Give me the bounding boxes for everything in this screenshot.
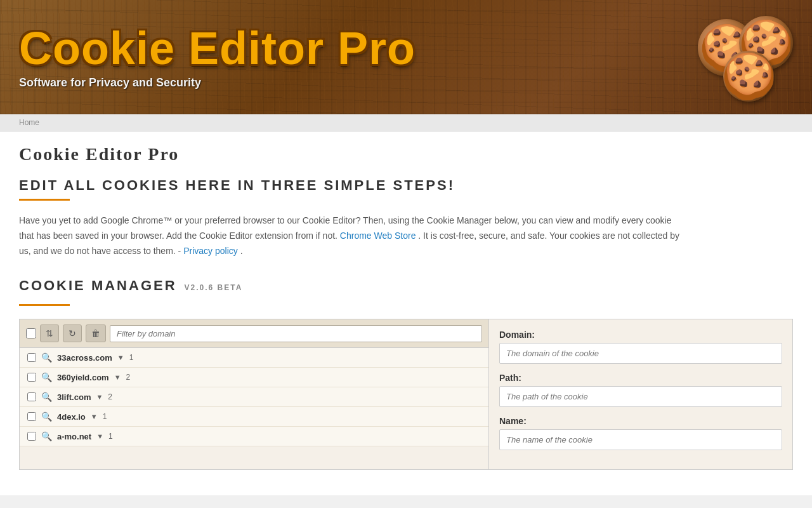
list-item[interactable]: 🔍 33across.com ▼ 1	[20, 348, 488, 368]
cookie-count: 1	[108, 432, 113, 441]
item-checkbox[interactable]	[27, 412, 36, 421]
cookie-detail-panel: Domain: Path: Name:	[489, 319, 792, 469]
description-text: Have you yet to add Google Chrome™ or yo…	[19, 213, 685, 258]
domain-field-label: Domain:	[499, 330, 782, 340]
site-subtitle: Software for Privacy and Security	[19, 76, 416, 90]
search-icon: 🔍	[41, 352, 52, 363]
sort-icon: ⇅	[46, 328, 53, 338]
list-item[interactable]: 🔍 a-mo.net ▼ 1	[20, 427, 488, 446]
cookie-count: 1	[129, 353, 134, 362]
site-title: Cookie Editor Pro	[19, 25, 416, 71]
cookie-manager-version: V2.0.6 BETA	[185, 283, 243, 292]
sort-button[interactable]: ⇅	[40, 324, 59, 342]
privacy-policy-link[interactable]: Privacy policy	[183, 246, 238, 256]
cookie-toolbar: ⇅ ↻ 🗑	[20, 319, 488, 348]
name-field-label: Name:	[499, 416, 782, 426]
domain-field-input[interactable]	[499, 343, 782, 364]
page-content: Cookie Editor Pro EDIT ALL COOKIES HERE …	[0, 131, 812, 495]
cookie-list-container: 🔍 33across.com ▼ 1 🔍 360yield.com ▼ 2	[20, 348, 488, 446]
search-icon: 🔍	[41, 372, 52, 382]
name-field-input[interactable]	[499, 429, 782, 450]
section-underline	[19, 199, 70, 201]
expand-icon[interactable]: ▼	[96, 393, 103, 401]
cookie-list: 🔍 33across.com ▼ 1 🔍 360yield.com ▼ 2	[20, 348, 488, 446]
search-icon: 🔍	[41, 431, 52, 441]
cookie-manager-heading: COOKIE MANAGER	[19, 277, 177, 294]
search-icon: 🔍	[41, 411, 52, 422]
site-header: Cookie Editor Pro Software for Privacy a…	[0, 0, 812, 114]
list-item[interactable]: 🔍 360yield.com ▼ 2	[20, 368, 488, 387]
cookie-count: 2	[108, 392, 112, 401]
breadcrumb-home[interactable]: Home	[19, 118, 39, 127]
path-field-label: Path:	[499, 373, 782, 383]
path-field-input[interactable]	[499, 386, 782, 407]
item-checkbox[interactable]	[27, 392, 36, 401]
path-field-group: Path:	[499, 373, 782, 407]
domain-label: a-mo.net	[57, 432, 91, 441]
item-checkbox[interactable]	[27, 432, 36, 441]
section-heading-steps: EDIT ALL COOKIES HERE IN THREE SIMPLE ST…	[19, 177, 793, 194]
cookie-list-panel: ⇅ ↻ 🗑 🔍 33across.com	[20, 319, 489, 469]
select-all-checkbox[interactable]	[26, 328, 36, 338]
delete-button[interactable]: 🗑	[86, 324, 106, 342]
expand-icon[interactable]: ▼	[114, 373, 121, 381]
domain-field-group: Domain:	[499, 330, 782, 364]
expand-icon[interactable]: ▼	[91, 413, 98, 420]
refresh-icon: ↻	[69, 328, 76, 338]
chrome-web-store-link[interactable]: Chrome Web Store	[340, 231, 416, 241]
expand-icon[interactable]: ▼	[96, 432, 103, 440]
cookie-list-wrapper[interactable]: 🔍 33across.com ▼ 1 🔍 360yield.com ▼ 2	[20, 348, 488, 446]
domain-label: 4dex.io	[57, 412, 86, 422]
list-item[interactable]: 🔍 3lift.com ▼ 2	[20, 387, 488, 407]
search-icon: 🔍	[41, 392, 52, 402]
cookie-icon-3	[723, 51, 774, 102]
delete-icon: 🗑	[91, 328, 100, 338]
header-left: Cookie Editor Pro Software for Privacy a…	[19, 25, 416, 90]
item-checkbox[interactable]	[27, 353, 36, 362]
breadcrumb: Home	[0, 114, 812, 131]
name-field-group: Name:	[499, 416, 782, 450]
cookie-count: 2	[126, 373, 131, 382]
domain-label: 360yield.com	[57, 373, 109, 382]
refresh-button[interactable]: ↻	[63, 324, 82, 342]
cookie-count: 1	[103, 412, 107, 421]
page-title: Cookie Editor Pro	[19, 144, 793, 164]
cookie-manager-header: COOKIE MANAGER V2.0.6 BETA	[19, 277, 793, 299]
desc-end: .	[240, 246, 243, 256]
domain-label: 33across.com	[57, 353, 112, 363]
cookie-manager-underline	[19, 304, 70, 306]
list-item[interactable]: 🔍 4dex.io ▼ 1	[20, 407, 488, 427]
cookie-decoration	[679, 13, 793, 102]
domain-filter-input[interactable]	[110, 325, 482, 342]
cookie-manager-container: ⇅ ↻ 🗑 🔍 33across.com	[19, 319, 793, 470]
item-checkbox[interactable]	[27, 373, 36, 382]
expand-icon[interactable]: ▼	[117, 354, 124, 361]
domain-label: 3lift.com	[57, 392, 91, 402]
